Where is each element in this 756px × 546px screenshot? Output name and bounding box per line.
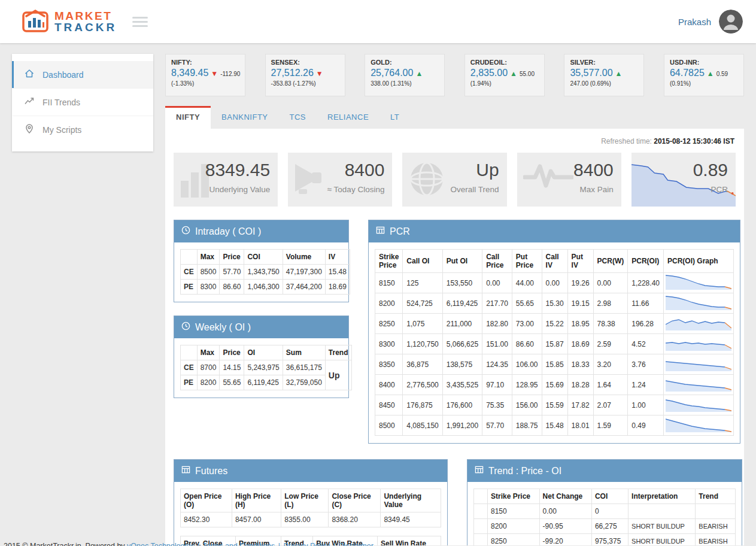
table-row: PE830086.601,046,30037,464,20018.69 — [181, 280, 350, 295]
table-row: 8150125153,5500.0044.000.0019.260.001,22… — [375, 273, 734, 293]
table-icon — [376, 226, 385, 237]
ticker-percent: (-1.33%) — [171, 80, 239, 87]
footer-link-disclaimer[interactable]: Disclaimer — [339, 542, 374, 546]
megaphone-icon — [294, 160, 330, 199]
table-cell: 11.66 — [628, 293, 664, 314]
sidebar-item-my-scripts[interactable]: My Scripts — [12, 116, 153, 143]
footer-link-privacy[interactable]: Privacy Policy — [284, 542, 330, 546]
table-cell: 97.10 — [482, 375, 512, 395]
table-cell: 8200 — [488, 519, 540, 534]
ticker-percent: (1.94%) — [470, 80, 539, 87]
column-header: PCR(OI) Graph — [663, 250, 733, 273]
table-cell: 8500 — [375, 415, 403, 436]
table-cell: 0.00 — [539, 504, 591, 519]
footer-separator: | — [278, 542, 280, 546]
hamburger-icon[interactable] — [132, 14, 148, 29]
table-cell: 125 — [403, 273, 442, 293]
table-cell: 128.95 — [512, 375, 542, 395]
column-header: OI — [244, 345, 283, 360]
table-cell: -99.20 — [539, 534, 591, 546]
table-cell: 15.22 — [542, 314, 567, 334]
panel-title: PCR — [390, 226, 410, 237]
table-cell: 1.24 — [628, 375, 664, 395]
sidebar-item-dashboard[interactable]: Dashboard — [12, 61, 153, 88]
table-cell: 176,875 — [403, 395, 442, 415]
header-row: Open Price (O)High Price (H)Low Price (L… — [181, 489, 441, 512]
table-cell: 32,759,050 — [283, 375, 325, 390]
sidebar-item-label: My Scripts — [42, 125, 81, 135]
refreshed-time-label: Refreshed time: — [601, 137, 652, 145]
user-name[interactable]: Prakash — [678, 17, 711, 27]
table-cell — [663, 314, 733, 334]
down-arrow-icon: ▼ — [316, 69, 323, 78]
up-arrow-icon: ▲ — [510, 69, 517, 78]
pcr-oi-sparkline — [666, 356, 731, 371]
home-icon — [24, 68, 35, 81]
table-row: 8200524,7256,119,425217.7055.6515.3019.1… — [375, 293, 734, 314]
table-cell: 0.00 — [482, 273, 512, 293]
stat-card-overall-trend: Up Overall Trend — [402, 153, 506, 207]
table-cell: 1,991,200 — [442, 415, 482, 436]
tab-nifty[interactable]: NIFTY — [165, 106, 211, 129]
table-cell: 8200 — [375, 293, 403, 314]
table-row: 835036,875138,575124.35106.0015.8518.333… — [375, 354, 734, 375]
table-cell: SHORT BUILDUP — [629, 534, 696, 546]
footer-link-vonec[interactable]: vOnec Technologies — [127, 542, 194, 546]
table-cell: 8350 — [375, 354, 403, 375]
tab-lt[interactable]: LT — [379, 106, 410, 129]
column-header: PCR(W) — [593, 250, 628, 273]
header-row: MaxPriceOISumTrend — [181, 345, 352, 360]
stat-value: 8349.45 — [205, 160, 270, 180]
table-cell: 1,343,750 — [244, 265, 283, 280]
table-row: 81500.000 — [474, 504, 736, 519]
ticker-card-crudeoil: CRUDEOIL: 2,835.00 ▲ 55.00 (1.94%) — [464, 54, 545, 96]
column-header: Strike Price — [488, 489, 540, 504]
tab-banknifty[interactable]: BANKNIFTY — [211, 106, 278, 129]
stat-label: ≈ Today Closing — [327, 185, 385, 194]
table-cell: 15.87 — [542, 334, 567, 354]
up-arrow-icon: ▲ — [415, 69, 423, 78]
brand-line-2: TRACKR — [54, 22, 117, 33]
table-cell: 19.15 — [567, 293, 593, 314]
ticker-value: 27,512.26 — [271, 68, 314, 78]
table-cell: 4.52 — [628, 334, 664, 354]
avatar[interactable] — [719, 10, 743, 34]
table-cell: 8450 — [375, 395, 403, 415]
sidebar-item-fii-trends[interactable]: FII Trends — [12, 88, 153, 116]
table-row: CE870014.155,243,97536,615,175Up — [181, 360, 352, 375]
tab-reliance[interactable]: RELIANCE — [317, 106, 379, 129]
header-row: Strike PriceCall OIPut OICall PricePut P… — [375, 250, 734, 273]
stat-label: Max Pain — [580, 185, 614, 194]
column-header: Trend — [325, 345, 351, 360]
table-cell: 8452.30 — [181, 512, 232, 527]
pcr-oi-sparkline — [666, 274, 731, 290]
table-cell: 2.07 — [593, 395, 628, 415]
tab-tcs[interactable]: TCS — [279, 106, 317, 129]
table-cell: 8500 — [197, 265, 220, 280]
table-cell: 8368.20 — [329, 512, 381, 527]
map-pin-icon — [24, 123, 35, 136]
table-cell: 0.00 — [542, 273, 567, 293]
table-cell: 106.00 — [512, 354, 542, 375]
table-cell: 6,119,425 — [442, 293, 482, 314]
table-cell: 6,119,425 — [244, 375, 283, 390]
footer-link-terms[interactable]: Terms and Conditions — [202, 542, 275, 546]
header-row: Strike PriceNet ChangeCOIInterpretationT… — [474, 489, 736, 504]
column-header: High Price (H) — [232, 489, 281, 512]
table-cell: 1,046,300 — [244, 280, 283, 295]
table-cell: 8457.00 — [232, 512, 281, 527]
table-cell: 524,725 — [403, 293, 442, 314]
column-header: Sell Win Rate — [377, 536, 441, 546]
pcr-oi-sparkline — [666, 396, 731, 412]
dashboard-panel: Refreshed time: 2015-08-12 15:30:46 IST … — [165, 129, 744, 545]
ticker-card-nifty: NIFTY: 8,349.45 ▼ -112.90 (-1.33%) — [165, 54, 245, 96]
stat-value: 8400 — [573, 160, 614, 180]
table-icon — [181, 465, 190, 477]
stat-card-pcr: 0.89 PCR — [631, 153, 736, 207]
table-cell: 3.76 — [628, 354, 664, 375]
pcr-oi-sparkline — [666, 295, 731, 310]
top-bar: MARKET TRACKR Prakash — [0, 0, 756, 43]
table-cell: PE — [181, 375, 198, 390]
table-cell: 18.28 — [567, 375, 593, 395]
stat-value: Up — [476, 160, 499, 180]
